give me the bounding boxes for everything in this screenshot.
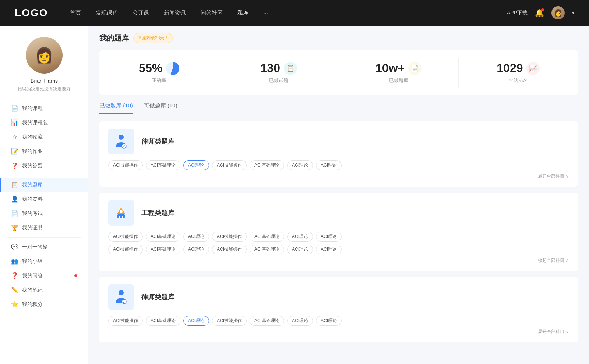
layout: 👩 Brian Harris 错误的决定比没有决定要好 📄我的课程📊我的课程包.… [0, 0, 589, 364]
stat-label: 正确率 [152, 77, 166, 84]
stat-label: 已做试题 [269, 77, 288, 84]
nav-link-新闻资讯[interactable]: 新闻资讯 [164, 10, 186, 17]
qbank-card-2: 工程类题库ACI技能操作ACI基础理论ACI理论ACI技能操作ACI基础理论AC… [99, 193, 578, 271]
sidebar-item-我的题库[interactable]: 📋我的题库 [0, 178, 88, 192]
nav-link-题库[interactable]: 题库 [237, 9, 248, 17]
qbank-header: 工程类题库 [108, 200, 569, 226]
svg-rect-4 [119, 216, 120, 218]
nav-link-公开课[interactable]: 公开课 [133, 10, 149, 17]
tag[interactable]: ACI理论 [183, 232, 209, 242]
sidebar-item-我的课程包...[interactable]: 📊我的课程包... [0, 115, 88, 130]
tag[interactable]: ACI基础理论 [250, 160, 284, 170]
doc-amber-icon: 📄 [408, 62, 422, 75]
sidebar-item-我的作业[interactable]: 📝我的作业 [0, 144, 88, 158]
sidebar-item-我的问答[interactable]: ❓我的问答 [0, 268, 88, 283]
menu-icon: 👤 [11, 196, 18, 203]
tag[interactable]: ACI技能操作 [212, 245, 247, 254]
expand-link[interactable]: 展开全部科目 ∨ [108, 329, 569, 335]
tag[interactable]: ACI基础理论 [250, 316, 284, 326]
tag[interactable]: ACI技能操作 [108, 245, 143, 254]
qbank-header: ✓ 律师类题库 [108, 284, 569, 310]
sidebar-item-我的收藏[interactable]: ☆我的收藏 [0, 130, 88, 144]
sidebar: 👩 Brian Harris 错误的决定比没有决定要好 📄我的课程📊我的课程包.… [0, 26, 88, 364]
svg-point-7 [119, 290, 124, 295]
tags-row-1: ACI技能操作ACI基础理论ACI理论ACI技能操作ACI基础理论ACI理论AC… [108, 160, 569, 170]
menu-icon: 👥 [11, 258, 18, 265]
menu-label: 我的积分 [22, 301, 77, 308]
menu-icon: ✏️ [11, 286, 18, 293]
tag[interactable]: ACI基础理论 [146, 245, 180, 254]
sidebar-item-我的积分[interactable]: ⭐我的积分 [0, 297, 88, 311]
tag[interactable]: ACI理论 [287, 160, 313, 170]
sidebar-menu: 📄我的课程📊我的课程包...☆我的收藏📝我的作业❓我的答疑📋我的题库👤我的资料📄… [0, 101, 88, 311]
menu-label: 我的小组 [22, 258, 77, 265]
logo[interactable]: LOGO [15, 7, 48, 19]
tag[interactable]: ACI技能操作 [212, 232, 247, 242]
tag[interactable]: ACI基础理论 [250, 245, 284, 254]
tags-row-1: ACI技能操作ACI基础理论ACI理论ACI技能操作ACI基础理论ACI理论AC… [108, 316, 569, 326]
tag[interactable]: ACI理论 [287, 232, 313, 242]
menu-label: 我的收藏 [22, 134, 77, 140]
tag[interactable]: ACI理论 [183, 160, 209, 170]
menu-label: 我的课程包... [22, 119, 77, 126]
nav-link-发现课程[interactable]: 发现课程 [96, 10, 118, 17]
menu-icon: ❓ [11, 272, 18, 279]
avatar-dropdown-arrow[interactable]: ▾ [572, 10, 574, 15]
app-download-button[interactable]: APP下载 [507, 10, 528, 16]
tag[interactable]: ACI理论 [183, 245, 209, 254]
tag[interactable]: ACI理论 [287, 316, 313, 326]
tag[interactable]: ACI技能操作 [108, 232, 143, 242]
nav-link-问答社区[interactable]: 问答社区 [201, 10, 223, 17]
tag[interactable]: ACI基础理论 [146, 316, 180, 326]
tag[interactable]: ACI理论 [183, 316, 209, 326]
tags-row-1: ACI技能操作ACI基础理论ACI理论ACI技能操作ACI基础理论ACI理论AC… [108, 232, 569, 242]
nav-link-首页[interactable]: 首页 [70, 10, 81, 17]
tag[interactable]: ACI技能操作 [212, 316, 247, 326]
sidebar-item-我的证书[interactable]: 🏆我的证书 [0, 221, 88, 235]
notification-bell[interactable]: 🔔 [535, 8, 544, 17]
doc-teal-icon: 📋 [284, 62, 297, 75]
collapse-link[interactable]: 收起全部科目 ∧ [108, 257, 569, 264]
menu-icon: 💬 [11, 243, 18, 250]
nav-link-···[interactable]: ··· [263, 10, 268, 16]
trial-badge: 体验剩余23天！ [133, 33, 173, 43]
tag[interactable]: ACI理论 [316, 245, 342, 254]
tags-row-2: ACI技能操作ACI基础理论ACI理论ACI技能操作ACI基础理论ACI理论AC… [108, 245, 569, 254]
menu-icon: ⭐ [11, 301, 18, 308]
tag[interactable]: ACI理论 [316, 232, 342, 242]
tab-0[interactable]: 已做题库 (10) [99, 102, 133, 114]
stat-item-1: 130📋已做试题 [219, 58, 339, 88]
navbar: LOGO 首页发现课程公开课新闻资讯问答社区题库··· APP下载 🔔 👩 ▾ [0, 0, 589, 26]
tag[interactable]: ACI理论 [316, 316, 342, 326]
qbank-list: ✓ 律师类题库ACI技能操作ACI基础理论ACI理论ACI技能操作ACI基础理论… [99, 121, 578, 342]
tag[interactable]: ACI基础理论 [250, 232, 284, 242]
chart-pink-icon: 📈 [526, 62, 540, 75]
expand-link[interactable]: 展开全部科目 ∨ [108, 173, 569, 179]
sidebar-item-我的课程[interactable]: 📄我的课程 [0, 101, 88, 115]
menu-label: 一对一答疑 [22, 244, 77, 250]
tab-1[interactable]: 可做题库 (10) [144, 102, 177, 114]
sidebar-item-一对一答疑[interactable]: 💬一对一答疑 [0, 240, 88, 254]
menu-label: 我的问答 [22, 272, 71, 279]
avatar[interactable]: 👩 [551, 6, 565, 19]
tag[interactable]: ACI技能操作 [108, 160, 143, 170]
menu-icon: 📋 [11, 181, 18, 188]
sidebar-item-我的笔记[interactable]: ✏️我的笔记 [0, 283, 88, 297]
tag[interactable]: ACI理论 [287, 245, 313, 254]
sidebar-item-我的答疑[interactable]: ❓我的答疑 [0, 158, 88, 173]
svg-rect-5 [122, 216, 123, 218]
tag[interactable]: ACI技能操作 [212, 160, 247, 170]
tag[interactable]: ACI基础理论 [146, 232, 180, 242]
menu-icon: 📄 [11, 210, 18, 217]
menu-icon: 🏆 [11, 224, 18, 231]
sidebar-item-我的资料[interactable]: 👤我的资料 [0, 192, 88, 206]
qbank-title: 律师类题库 [141, 137, 174, 146]
sidebar-item-我的考试[interactable]: 📄我的考试 [0, 206, 88, 221]
tag[interactable]: ACI理论 [316, 160, 342, 170]
tag[interactable]: ACI基础理论 [146, 160, 180, 170]
engineer-icon [108, 200, 134, 226]
stat-label: 已做题库 [389, 77, 408, 84]
svg-point-0 [119, 135, 124, 140]
sidebar-item-我的小组[interactable]: 👥我的小组 [0, 254, 88, 268]
tag[interactable]: ACI技能操作 [108, 316, 143, 326]
